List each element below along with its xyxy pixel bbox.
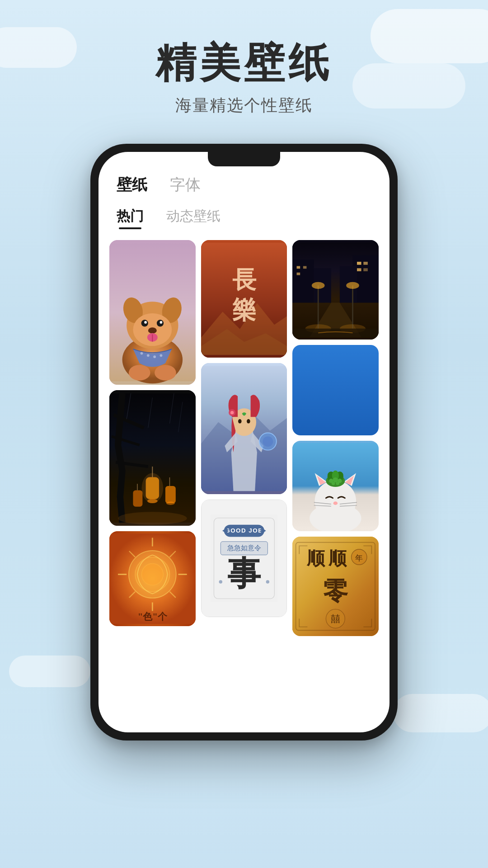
svg-text:囍: 囍 xyxy=(331,613,340,624)
svg-text:樂: 樂 xyxy=(232,297,256,324)
wallpaper-grid: "色"个 xyxy=(99,240,389,726)
svg-rect-75 xyxy=(297,266,300,269)
svg-point-18 xyxy=(155,365,176,380)
phone-mockup: 壁纸 字体 热门 动态壁纸 xyxy=(0,144,488,741)
svg-point-14 xyxy=(147,354,150,357)
grid-col-1: "色"个 xyxy=(109,240,196,726)
page-title: 精美壁纸 xyxy=(0,41,488,85)
svg-point-24 xyxy=(142,473,164,503)
svg-point-69 xyxy=(266,580,269,583)
svg-text:零: 零 xyxy=(323,577,348,605)
goodjob-image: GOOD JOB 急急如意令 事 xyxy=(202,500,287,617)
svg-point-17 xyxy=(129,365,150,380)
svg-point-13 xyxy=(141,352,143,355)
svg-rect-77 xyxy=(297,273,300,275)
svg-point-15 xyxy=(153,355,156,358)
svg-point-9 xyxy=(160,321,163,324)
svg-point-30 xyxy=(118,512,187,525)
wallpaper-item-anime[interactable] xyxy=(201,363,287,494)
wallpaper-item-spiral[interactable]: "色"个 xyxy=(109,531,196,626)
svg-text:事: 事 xyxy=(227,555,261,592)
page-subtitle: 海量精选个性壁纸 xyxy=(0,94,488,117)
svg-rect-29 xyxy=(133,491,142,507)
svg-text:年: 年 xyxy=(356,554,363,562)
svg-point-10 xyxy=(148,327,157,333)
svg-text:顺: 顺 xyxy=(328,548,347,569)
svg-point-83 xyxy=(312,282,325,289)
svg-point-68 xyxy=(219,580,222,583)
anime-image xyxy=(201,363,287,494)
sub-tab-bar: 热门 动态壁纸 xyxy=(99,207,389,229)
svg-point-58 xyxy=(230,411,234,415)
svg-point-8 xyxy=(144,321,147,324)
blue-solid-image xyxy=(292,345,379,435)
subtab-dynamic[interactable]: 动态壁纸 xyxy=(166,207,221,229)
tab-wallpaper[interactable]: 壁纸 xyxy=(117,175,147,198)
wallpaper-item-chinese-art[interactable]: 顺 顺 年 零 囍 xyxy=(292,537,379,636)
svg-rect-76 xyxy=(303,266,307,269)
svg-point-92 xyxy=(333,501,338,505)
svg-point-104 xyxy=(332,481,335,485)
main-tab-bar: 壁纸 字体 xyxy=(99,175,389,198)
page-header: 精美壁纸 海量精选个性壁纸 xyxy=(0,0,488,117)
svg-point-85 xyxy=(347,282,360,289)
phone-content: 壁纸 字体 热门 动态壁纸 xyxy=(99,152,389,732)
svg-rect-80 xyxy=(357,268,361,271)
phone-screen: 壁纸 字体 热门 动态壁纸 xyxy=(99,152,389,732)
wallpaper-item-changele[interactable]: 長 樂 xyxy=(201,240,287,358)
dog-image xyxy=(109,240,196,385)
svg-text:"色"个: "色"个 xyxy=(138,611,168,622)
lantern-image xyxy=(109,390,196,526)
svg-rect-81 xyxy=(364,268,368,271)
svg-text:顺: 顺 xyxy=(307,548,326,569)
wallpaper-item-cat[interactable] xyxy=(292,441,379,531)
svg-point-16 xyxy=(160,354,163,357)
tab-font[interactable]: 字体 xyxy=(170,175,201,198)
subtab-hot[interactable]: 热门 xyxy=(117,207,144,229)
svg-rect-79 xyxy=(364,262,368,265)
grid-col-3: 顺 顺 年 零 囍 xyxy=(292,240,379,726)
svg-text:急急如意令: 急急如意令 xyxy=(227,544,261,552)
chinese-art-image: 顺 顺 年 零 囍 xyxy=(292,537,379,636)
phone-frame: 壁纸 字体 热门 动态壁纸 xyxy=(90,144,398,741)
wallpaper-item-lantern[interactable] xyxy=(109,390,196,526)
phone-notch xyxy=(208,152,280,166)
wallpaper-item-goodjob[interactable]: GOOD JOB 急急如意令 事 xyxy=(201,500,287,617)
svg-point-27 xyxy=(166,501,175,505)
svg-point-105 xyxy=(336,481,340,485)
svg-point-38 xyxy=(142,564,164,585)
svg-point-54 xyxy=(247,419,250,424)
svg-point-53 xyxy=(238,419,242,424)
cat-image xyxy=(292,441,379,531)
spiral-image: "色"个 xyxy=(109,531,196,626)
wallpaper-item-blue[interactable] xyxy=(292,345,379,435)
wallpaper-item-street[interactable] xyxy=(292,240,379,340)
changele-image: 長 樂 xyxy=(201,240,287,358)
svg-text:GOOD JOB: GOOD JOB xyxy=(225,527,263,534)
svg-rect-88 xyxy=(292,329,379,337)
svg-rect-78 xyxy=(357,262,361,265)
street-image xyxy=(292,240,379,340)
svg-rect-26 xyxy=(165,486,176,503)
wallpaper-item-dog[interactable] xyxy=(109,240,196,385)
grid-col-2: 長 樂 xyxy=(201,240,287,726)
svg-text:長: 長 xyxy=(232,266,257,293)
svg-point-56 xyxy=(263,436,273,447)
